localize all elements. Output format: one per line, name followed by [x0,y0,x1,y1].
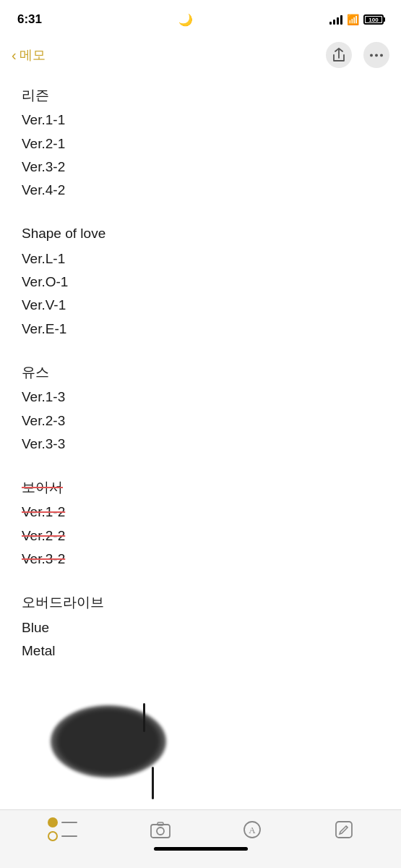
list-item: Metal [22,639,379,663]
list-item: Ver.3-2 [22,548,379,571]
checklist-button[interactable] [48,817,77,841]
svg-rect-3 [151,825,170,838]
note-content: 리즌 Ver.1-1 Ver.2-1 Ver.3-2 Ver.4-2 Shape… [0,77,401,697]
camera-button[interactable] [150,821,171,838]
bottom-toolbar: A [0,809,401,868]
section-리즌: 리즌 Ver.1-1 Ver.2-1 Ver.3-2 Ver.4-2 [22,84,379,202]
section-shape-of-love: Shape of love Ver.L-1 Ver.O-1 Ver.V-1 Ve… [22,222,379,340]
section-유스: 유스 Ver.1-3 Ver.2-3 Ver.3-3 [22,361,379,456]
svg-point-2 [380,54,383,56]
chevron-left-icon: ‹ [12,47,17,64]
more-button[interactable] [363,42,389,68]
check-circle-icon [48,831,58,841]
list-item: Ver.L-1 [22,247,379,271]
section-title-리즌: 리즌 [22,84,379,107]
svg-point-4 [157,827,164,835]
list-item: Ver.2-2 [22,524,379,548]
markup-button[interactable]: A [243,820,262,839]
section-보이서: 보이서 Ver.1-2 Ver.2-2 Ver.3-2 [22,476,379,571]
svg-point-1 [375,54,378,56]
nav-actions [326,42,389,68]
section-title-유스: 유스 [22,361,379,384]
list-item: Ver.3-2 [22,156,379,179]
section-오버드라이브: 오버드라이브 Blue Metal [22,591,379,663]
check-circle-icon [48,817,58,827]
list-item: Ver.4-2 [22,179,379,202]
section-title-shape-of-love: Shape of love [22,222,379,245]
status-icons: 📶 100 [329,14,384,25]
status-time: 6:31 [17,12,42,27]
text-cursor-1 [143,703,145,732]
section-title-보이서: 보이서 [22,476,379,499]
back-button[interactable]: ‹ 메모 [12,46,46,64]
list-item: Ver.1-1 [22,109,379,132]
list-item: Ver.1-2 [22,501,379,524]
home-indicator [154,847,248,851]
svg-rect-8 [336,822,352,838]
list-item: Ver.V-1 [22,294,379,317]
toolbar-icons: A [0,817,401,841]
edit-button[interactable] [335,820,353,839]
list-item: Ver.2-1 [22,132,379,156]
status-bar: 6:31 🌙 📶 100 [0,0,401,36]
checklist-icon [48,817,77,841]
share-button[interactable] [326,42,352,68]
section-title-오버드라이브: 오버드라이브 [22,591,379,614]
svg-text:A: A [249,825,256,835]
list-item: Ver.1-3 [22,386,379,409]
list-item: Ver.2-3 [22,409,379,433]
moon-icon: 🌙 [178,13,193,27]
list-item: Ver.E-1 [22,318,379,341]
back-label: 메모 [20,46,46,64]
list-item: Blue [22,616,379,639]
signal-bars-icon [329,14,342,25]
list-item: Ver.O-1 [22,271,379,294]
battery-icon: 100 [363,14,384,25]
text-cursor-2 [152,767,154,799]
svg-point-0 [370,54,373,56]
finger-blur-overlay [51,705,166,778]
wifi-icon: 📶 [347,14,359,25]
list-item: Ver.3-3 [22,433,379,456]
nav-bar: ‹ 메모 [0,36,401,77]
svg-rect-5 [158,822,163,825]
